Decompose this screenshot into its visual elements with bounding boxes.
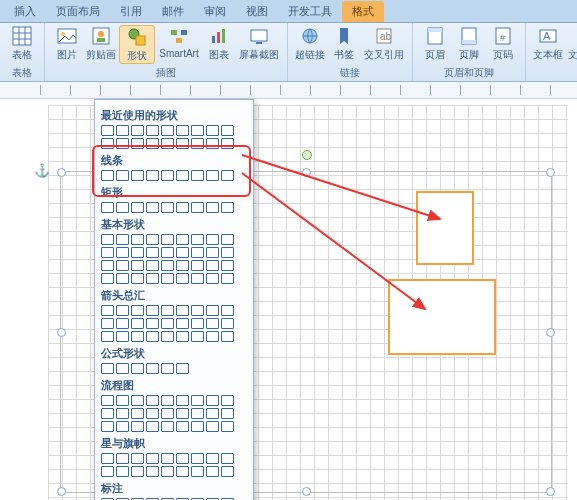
shape-swatch[interactable] <box>191 247 204 258</box>
shape-swatch[interactable] <box>116 138 129 149</box>
tab-references[interactable]: 引用 <box>110 1 152 22</box>
shape-swatch[interactable] <box>116 363 129 374</box>
shape-swatch[interactable] <box>191 305 204 316</box>
shape-swatch[interactable] <box>176 247 189 258</box>
shape-swatch[interactable] <box>191 170 204 181</box>
shape-swatch[interactable] <box>206 234 219 245</box>
shape-swatch[interactable] <box>176 453 189 464</box>
shape-swatch[interactable] <box>176 273 189 284</box>
shape-swatch[interactable] <box>176 260 189 271</box>
shape-swatch[interactable] <box>146 305 159 316</box>
shape-swatch[interactable] <box>161 247 174 258</box>
shape-swatch[interactable] <box>116 247 129 258</box>
shape-swatch[interactable] <box>131 421 144 432</box>
shape-swatch[interactable] <box>131 260 144 271</box>
shape-swatch[interactable] <box>146 170 159 181</box>
shape-swatch[interactable] <box>221 421 234 432</box>
shape-swatch[interactable] <box>176 305 189 316</box>
shape-swatch[interactable] <box>191 408 204 419</box>
shape-swatch[interactable] <box>161 395 174 406</box>
quickparts-button[interactable]: 文档部件 <box>566 25 577 62</box>
shape-swatch[interactable] <box>191 273 204 284</box>
tab-mailings[interactable]: 邮件 <box>152 1 194 22</box>
shape-swatch[interactable] <box>206 170 219 181</box>
shape-swatch[interactable] <box>206 305 219 316</box>
shape-swatch[interactable] <box>116 466 129 477</box>
resize-handle[interactable] <box>546 487 555 496</box>
shape-swatch[interactable] <box>131 138 144 149</box>
resize-handle[interactable] <box>302 487 311 496</box>
horizontal-ruler[interactable] <box>0 82 577 99</box>
shape-swatch[interactable] <box>146 466 159 477</box>
shape-swatch[interactable] <box>131 453 144 464</box>
shape-swatch[interactable] <box>101 260 114 271</box>
shape-swatch[interactable] <box>131 395 144 406</box>
shape-swatch[interactable] <box>101 125 114 136</box>
tab-page-layout[interactable]: 页面布局 <box>46 1 110 22</box>
shape-swatch[interactable] <box>131 466 144 477</box>
shape-swatch[interactable] <box>146 408 159 419</box>
shape-swatch[interactable] <box>116 421 129 432</box>
shape-swatch[interactable] <box>146 421 159 432</box>
shape-swatch[interactable] <box>146 331 159 342</box>
shape-rectangle-small[interactable] <box>416 191 474 265</box>
shape-swatch[interactable] <box>116 202 129 213</box>
shape-swatch[interactable] <box>221 408 234 419</box>
picture-button[interactable]: 图片 <box>51 25 83 62</box>
shape-swatch[interactable] <box>206 318 219 329</box>
shape-swatch[interactable] <box>146 363 159 374</box>
shape-swatch[interactable] <box>146 138 159 149</box>
shape-swatch[interactable] <box>191 125 204 136</box>
shape-swatch[interactable] <box>116 170 129 181</box>
shape-swatch[interactable] <box>221 331 234 342</box>
crossref-button[interactable]: ab 交叉引用 <box>362 25 406 62</box>
shape-swatch[interactable] <box>101 305 114 316</box>
shape-swatch[interactable] <box>146 453 159 464</box>
shape-swatch[interactable] <box>101 408 114 419</box>
tab-dev-tools[interactable]: 开发工具 <box>278 1 342 22</box>
shape-swatch[interactable] <box>146 273 159 284</box>
resize-handle[interactable] <box>57 168 66 177</box>
shape-swatch[interactable] <box>191 421 204 432</box>
shape-swatch[interactable] <box>101 170 114 181</box>
shape-swatch[interactable] <box>161 331 174 342</box>
shape-swatch[interactable] <box>221 318 234 329</box>
shape-swatch[interactable] <box>131 202 144 213</box>
shape-swatch[interactable] <box>116 318 129 329</box>
shape-swatch[interactable] <box>221 466 234 477</box>
shape-swatch[interactable] <box>131 318 144 329</box>
shape-swatch[interactable] <box>116 260 129 271</box>
shape-swatch[interactable] <box>131 331 144 342</box>
shape-swatch[interactable] <box>116 305 129 316</box>
shape-swatch[interactable] <box>191 202 204 213</box>
chart-button[interactable]: 图表 <box>203 25 235 62</box>
shape-swatch[interactable] <box>101 453 114 464</box>
shape-swatch[interactable] <box>176 363 189 374</box>
shape-swatch[interactable] <box>191 395 204 406</box>
shape-swatch[interactable] <box>161 318 174 329</box>
shape-rectangle-large[interactable] <box>388 279 496 355</box>
shape-swatch[interactable] <box>101 138 114 149</box>
shape-swatch[interactable] <box>146 395 159 406</box>
document-canvas[interactable]: ⚓ 最近使用的形状 线条 矩形 基本形状 箭头总汇 公式形状 流程图 星与旗帜 … <box>0 99 577 500</box>
shape-swatch[interactable] <box>161 466 174 477</box>
shape-swatch[interactable] <box>191 260 204 271</box>
shape-swatch[interactable] <box>221 273 234 284</box>
shape-swatch[interactable] <box>221 247 234 258</box>
shape-swatch[interactable] <box>206 138 219 149</box>
shape-swatch[interactable] <box>206 247 219 258</box>
shape-swatch[interactable] <box>101 247 114 258</box>
shape-swatch[interactable] <box>131 305 144 316</box>
shape-swatch[interactable] <box>221 395 234 406</box>
shape-swatch[interactable] <box>131 363 144 374</box>
shape-swatch[interactable] <box>161 453 174 464</box>
shape-swatch[interactable] <box>221 260 234 271</box>
shape-swatch[interactable] <box>161 273 174 284</box>
tab-format[interactable]: 格式 <box>342 1 384 22</box>
tab-review[interactable]: 审阅 <box>194 1 236 22</box>
shape-swatch[interactable] <box>146 318 159 329</box>
shape-swatch[interactable] <box>176 466 189 477</box>
shape-swatch[interactable] <box>191 453 204 464</box>
tables-button[interactable]: 表格 <box>6 25 38 62</box>
shape-swatch[interactable] <box>176 202 189 213</box>
